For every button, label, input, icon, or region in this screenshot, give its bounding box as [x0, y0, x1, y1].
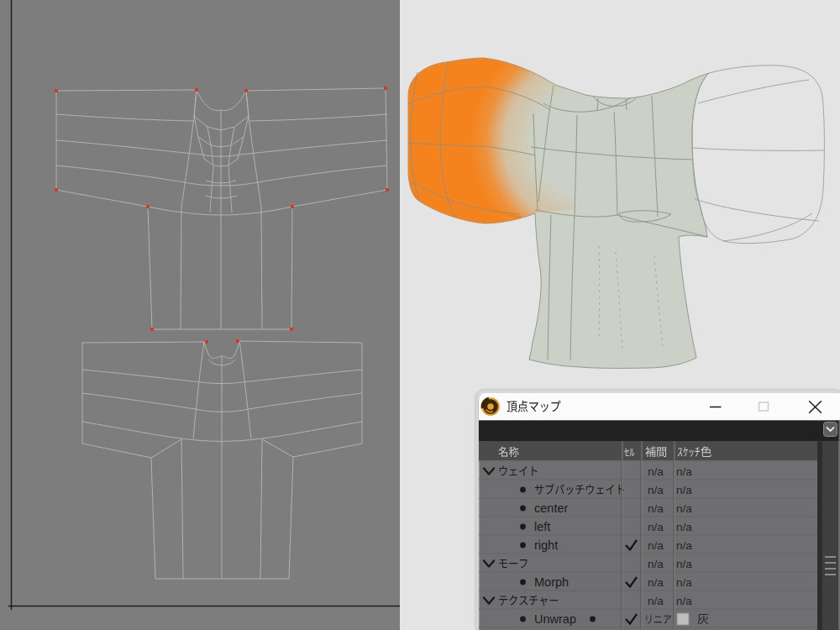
- svg-text:n/a: n/a: [676, 502, 692, 515]
- svg-text:left: left: [534, 520, 550, 533]
- svg-text:n/a: n/a: [648, 484, 664, 496]
- svg-text:n/a: n/a: [648, 465, 664, 478]
- svg-text:n/a: n/a: [648, 558, 664, 570]
- svg-text:n/a: n/a: [648, 502, 664, 515]
- svg-text:n/a: n/a: [648, 576, 664, 589]
- svg-text:n/a: n/a: [648, 521, 664, 533]
- svg-text:n/a: n/a: [648, 539, 664, 552]
- svg-text:n/a: n/a: [676, 539, 692, 552]
- svg-text:n/a: n/a: [648, 595, 664, 607]
- svg-text:n/a: n/a: [676, 465, 692, 478]
- svg-text:n/a: n/a: [676, 558, 692, 570]
- svg-text:Morph: Morph: [534, 575, 569, 589]
- svg-text:Unwrap: Unwrap: [534, 612, 576, 626]
- svg-text:n/a: n/a: [676, 484, 692, 496]
- svg-text:n/a: n/a: [676, 521, 692, 533]
- svg-text:center: center: [534, 501, 568, 515]
- svg-text:n/a: n/a: [676, 576, 692, 589]
- svg-text:right: right: [534, 538, 558, 552]
- svg-text:n/a: n/a: [676, 595, 692, 607]
